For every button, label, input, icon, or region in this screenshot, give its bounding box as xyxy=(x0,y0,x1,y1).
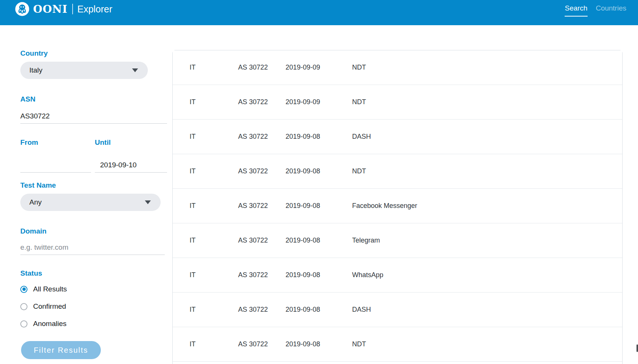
country-select[interactable]: Italy xyxy=(20,62,148,79)
result-date: 2019-09-08 xyxy=(286,133,352,141)
result-row-partial xyxy=(173,362,622,364)
result-row[interactable]: IT AS 30722 2019-09-08 Facebook Messenge… xyxy=(173,189,622,223)
result-row[interactable]: IT AS 30722 2019-09-08 Telegram xyxy=(173,223,622,258)
country-code: IT xyxy=(190,202,204,210)
product-name: Explorer xyxy=(77,4,112,15)
header-nav: Search Countries xyxy=(565,4,626,17)
octopus-icon xyxy=(15,2,29,16)
asn-input[interactable] xyxy=(20,109,167,124)
result-asn: AS 30722 xyxy=(238,98,286,106)
status-option-label: All Results xyxy=(33,285,67,293)
radio-icon[interactable] xyxy=(20,303,27,310)
result-date: 2019-09-08 xyxy=(286,167,352,175)
chevron-down-icon xyxy=(132,68,138,72)
country-label: Country xyxy=(20,49,148,58)
result-test-name: DASH xyxy=(352,133,622,141)
scrollbar-thumb[interactable] xyxy=(636,344,638,352)
until-date-input[interactable] xyxy=(95,158,167,173)
result-row[interactable]: IT AS 30722 2019-09-08 DASH xyxy=(173,120,622,154)
result-asn: AS 30722 xyxy=(238,167,286,175)
ooni-logo[interactable]: OONI Explorer xyxy=(15,2,112,16)
result-asn: AS 30722 xyxy=(238,133,286,141)
domain-filter-section: Domain xyxy=(20,227,165,255)
result-asn: AS 30722 xyxy=(238,64,286,71)
result-asn: AS 30722 xyxy=(238,340,286,348)
result-date: 2019-09-08 xyxy=(286,271,352,279)
result-test-name: NDT xyxy=(352,340,622,348)
filter-results-button[interactable]: Filter Results xyxy=(21,341,101,359)
from-date-input[interactable] xyxy=(20,158,91,173)
result-asn: AS 30722 xyxy=(238,202,286,210)
results-card: IT AS 30722 2019-09-09 NDT IT AS 30722 2… xyxy=(172,50,623,364)
country-code: IT xyxy=(190,237,204,244)
testname-label: Test Name xyxy=(20,181,161,190)
result-test-name: WhatsApp xyxy=(352,271,622,279)
asn-label: ASN xyxy=(20,95,167,103)
from-date-column: From xyxy=(20,138,91,173)
testname-select-value: Any xyxy=(29,198,42,206)
result-test-name: NDT xyxy=(352,64,622,71)
results-list: IT AS 30722 2019-09-09 NDT IT AS 30722 2… xyxy=(173,50,622,362)
result-date: 2019-09-08 xyxy=(286,306,352,314)
result-test-name: DASH xyxy=(352,306,622,314)
result-date: 2019-09-09 xyxy=(286,64,352,71)
testname-filter-section: Test Name Any xyxy=(20,181,161,211)
result-date: 2019-09-08 xyxy=(286,202,352,210)
result-test-name: NDT xyxy=(352,167,622,175)
status-label: Status xyxy=(20,269,167,278)
result-row[interactable]: IT AS 30722 2019-09-08 NDT xyxy=(173,327,622,362)
result-row[interactable]: IT AS 30722 2019-09-09 NDT xyxy=(173,50,622,85)
result-date: 2019-09-09 xyxy=(286,98,352,106)
nav-tab-countries[interactable]: Countries xyxy=(596,4,626,12)
country-filter-section: Country Italy xyxy=(20,49,148,79)
testname-select[interactable]: Any xyxy=(20,194,161,211)
until-date-column: Until xyxy=(95,138,167,173)
country-code: IT xyxy=(190,98,204,106)
result-test-name: NDT xyxy=(352,98,622,106)
result-asn: AS 30722 xyxy=(238,271,286,279)
app-header: OONI Explorer Search Countries xyxy=(0,0,638,25)
domain-label: Domain xyxy=(20,227,165,235)
from-label: From xyxy=(20,138,91,147)
country-code: IT xyxy=(190,306,204,314)
result-test-name: Facebook Messenger xyxy=(352,202,622,210)
nav-tab-search[interactable]: Search xyxy=(565,4,587,17)
result-row[interactable]: IT AS 30722 2019-09-08 DASH xyxy=(173,293,622,327)
country-code: IT xyxy=(190,271,204,279)
status-option-label: Anomalies xyxy=(33,320,67,328)
result-row[interactable]: IT AS 30722 2019-09-09 NDT xyxy=(173,85,622,120)
country-code: IT xyxy=(190,167,204,175)
result-date: 2019-09-08 xyxy=(286,237,352,244)
result-asn: AS 30722 xyxy=(238,306,286,314)
brand-separator xyxy=(72,4,73,14)
chevron-down-icon xyxy=(145,200,151,204)
country-code: IT xyxy=(190,340,204,348)
radio-icon[interactable] xyxy=(20,286,27,293)
domain-input[interactable] xyxy=(20,240,165,255)
country-select-value: Italy xyxy=(29,66,43,74)
status-option-label: Confirmed xyxy=(33,302,66,311)
page: OONI Explorer Search Countries Country I… xyxy=(0,0,638,364)
country-code: IT xyxy=(190,64,204,71)
status-option-all-results[interactable]: All Results xyxy=(20,284,167,295)
radio-icon[interactable] xyxy=(20,320,27,328)
status-option-confirmed[interactable]: Confirmed xyxy=(20,301,167,312)
result-date: 2019-09-08 xyxy=(286,340,352,348)
status-option-anomalies[interactable]: Anomalies xyxy=(20,318,167,329)
result-test-name: Telegram xyxy=(352,237,622,244)
brand-name: OONI xyxy=(33,3,67,15)
status-filter-section: Status All Results Confirmed Anomalies xyxy=(20,269,167,329)
asn-filter-section: ASN xyxy=(20,95,167,124)
until-label: Until xyxy=(95,138,167,147)
result-row[interactable]: IT AS 30722 2019-09-08 NDT xyxy=(173,154,622,189)
result-row[interactable]: IT AS 30722 2019-09-08 WhatsApp xyxy=(173,258,622,293)
country-code: IT xyxy=(190,133,204,141)
result-asn: AS 30722 xyxy=(238,237,286,244)
